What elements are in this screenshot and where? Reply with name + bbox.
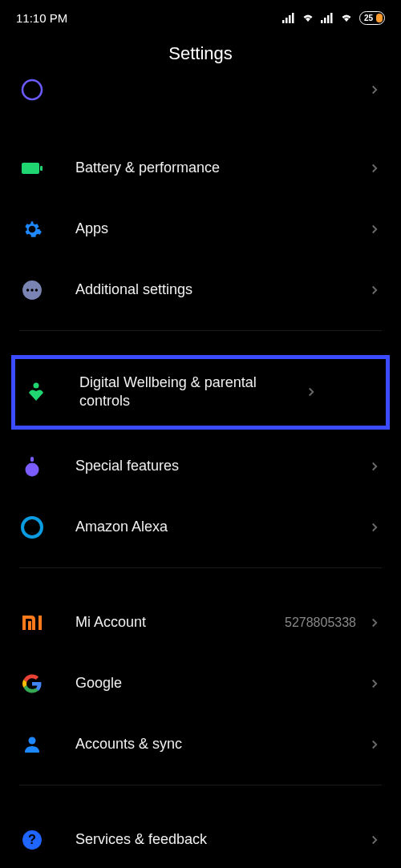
settings-row-google[interactable]: Google — [0, 653, 401, 714]
chevron-right-icon — [367, 737, 382, 752]
wifi-icon-2 — [340, 12, 353, 23]
signal-icon — [282, 12, 295, 23]
row-label: Amazon Alexa — [75, 518, 367, 536]
svg-rect-2 — [289, 15, 291, 23]
gear-icon — [19, 216, 45, 242]
row-value: 5278805338 — [285, 616, 356, 630]
svg-point-12 — [26, 289, 29, 291]
status-time: 11:10 PM — [16, 11, 67, 25]
flask-icon — [19, 454, 45, 479]
chevron-right-icon — [367, 161, 382, 176]
settings-row-accounts-sync[interactable]: Accounts & sync — [0, 714, 401, 775]
svg-rect-4 — [321, 20, 323, 23]
svg-text:?: ? — [28, 832, 36, 846]
settings-row-apps[interactable]: Apps — [0, 199, 401, 260]
chevron-right-icon — [304, 385, 318, 399]
battery-icon — [19, 155, 45, 181]
svg-rect-3 — [292, 13, 294, 23]
settings-row-battery[interactable]: Battery & performance — [0, 138, 401, 199]
svg-point-18 — [22, 518, 42, 537]
status-icons: 25 — [282, 11, 385, 25]
battery-icon: 25 — [359, 11, 385, 25]
svg-rect-9 — [22, 163, 39, 174]
svg-point-8 — [22, 80, 42, 99]
svg-rect-5 — [324, 18, 326, 23]
settings-row-wellbeing[interactable]: Digital Wellbeing & parental controls — [15, 359, 386, 426]
mi-logo-icon — [19, 610, 45, 636]
chevron-right-icon — [367, 283, 382, 297]
row-label: Additional settings — [75, 281, 367, 299]
divider — [19, 785, 382, 785]
svg-rect-16 — [30, 457, 34, 462]
svg-rect-1 — [286, 18, 288, 23]
settings-row-passwords[interactable]: . — [0, 77, 401, 119]
chevron-right-icon — [367, 459, 382, 474]
row-label: Mi Account — [75, 613, 285, 632]
settings-row-additional[interactable]: Additional settings — [0, 260, 401, 321]
row-label: Accounts & sync — [75, 735, 367, 753]
wifi-icon — [302, 12, 314, 23]
row-label: Battery & performance — [75, 159, 367, 177]
more-icon — [19, 277, 45, 303]
row-label: Digital Wellbeing & parental controls — [79, 373, 304, 411]
settings-row-special[interactable]: Special features — [0, 436, 401, 497]
svg-point-14 — [35, 289, 38, 291]
svg-rect-10 — [40, 166, 43, 171]
row-label: Special features — [75, 457, 367, 475]
chevron-right-icon — [367, 83, 382, 97]
settings-row-alexa[interactable]: Amazon Alexa — [0, 497, 401, 558]
highlighted-row-box: Digital Wellbeing & parental controls — [11, 355, 390, 430]
signal-icon-2 — [321, 12, 334, 23]
svg-point-19 — [29, 737, 36, 744]
svg-point-17 — [26, 462, 39, 476]
person-icon — [19, 732, 45, 757]
svg-point-13 — [30, 289, 33, 291]
page-title: Settings — [0, 32, 401, 82]
google-logo-icon — [19, 671, 45, 696]
row-label: Apps — [75, 220, 367, 238]
row-label: Services & feedback — [75, 830, 367, 849]
svg-point-15 — [34, 383, 39, 389]
chevron-right-icon — [367, 222, 382, 236]
shield-icon — [19, 77, 45, 103]
settings-row-services[interactable]: ? Services & feedback — [0, 809, 401, 868]
settings-row-miaccount[interactable]: Mi Account 5278805338 — [0, 592, 401, 653]
alexa-icon — [19, 515, 45, 540]
svg-rect-7 — [330, 13, 333, 23]
chevron-right-icon — [367, 833, 382, 847]
chevron-right-icon — [367, 616, 382, 630]
svg-rect-0 — [282, 20, 285, 23]
help-icon: ? — [19, 827, 45, 853]
chevron-right-icon — [367, 520, 382, 535]
divider — [19, 330, 382, 331]
status-bar: 11:10 PM 25 — [0, 0, 401, 32]
svg-rect-6 — [327, 15, 330, 23]
settings-list: . Battery & performance Apps Additional … — [0, 77, 401, 868]
chevron-right-icon — [367, 676, 382, 691]
divider — [19, 567, 382, 568]
wellbeing-icon — [23, 379, 49, 405]
row-label: Google — [75, 674, 367, 692]
